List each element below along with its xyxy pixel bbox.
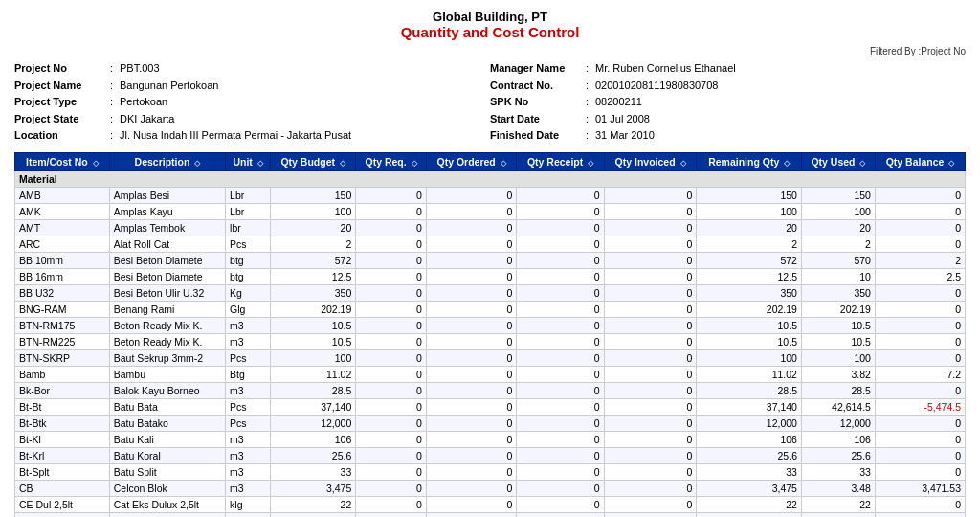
table-row: BTN-RM175Beton Ready Mix K.m310.5000010.…: [15, 317, 966, 333]
info-project-type: Project Type : Pertokoan: [14, 94, 490, 111]
table-row: Bk-BorBalok Kayu Borneom328.5000028.528.…: [15, 382, 966, 398]
info-contract-no: Contract No. : 020010208111980830708: [490, 78, 966, 95]
info-location: Location : Jl. Nusa Indah III Permata Pe…: [14, 127, 490, 145]
table-row: BB 16mmBesi Beton Diametebtg12.5000012.5…: [15, 268, 966, 284]
table-header-row: Item/Cost No ◇ Description ◇ Unit ◇ Qty …: [15, 152, 966, 170]
col-item-cost-no[interactable]: Item/Cost No ◇: [15, 152, 110, 170]
table-row: CE Dul 2,5ltCat Eks Dulux 2,5ltklg220000…: [15, 496, 966, 512]
col-qty-req[interactable]: Qty Req. ◇: [356, 152, 427, 170]
col-qty-budget[interactable]: Qty Budget ◇: [271, 152, 356, 170]
col-remaining-qty[interactable]: Remaining Qty ◇: [697, 152, 802, 170]
info-manager: Manager Name : Mr. Ruben Cornelius Ethan…: [490, 60, 966, 78]
table-row: CBCelcon Blokm33,47500003,4753.483,471.5…: [15, 480, 966, 496]
table-row: Bt-BtkBatu BatakoPcs12,000000012,00012,0…: [15, 415, 966, 431]
info-start-date: Start Date : 01 Jul 2008: [490, 111, 966, 128]
table-row: CE Mow 2,5ltCat Eks Mowilex 2,5klg200002…: [15, 512, 966, 517]
table-row: BB 10mmBesi Beton Diametebtg572000057257…: [15, 252, 966, 268]
table-row: Bt-KrlBatu Koralm325.6000025.625.60: [15, 447, 966, 463]
report-title: Quantity and Cost Control: [14, 24, 966, 40]
col-qty-receipt[interactable]: Qty Receipt ◇: [517, 152, 604, 170]
project-info-left: Project No : PBT.003 Project Name : Bang…: [14, 60, 490, 145]
table-row: BTN-SKRPBaut Sekrup 3mm-2Pcs100000010010…: [15, 349, 966, 366]
filter-note: Filtered By :Project No: [14, 46, 966, 56]
table-row: BambBambuBtg11.02000011.023.827.2: [15, 366, 966, 382]
col-description[interactable]: Description ◇: [109, 152, 225, 170]
col-qty-balance[interactable]: Qty Balance ◇: [875, 152, 965, 170]
table-row: ARCAlat Roll CatPcs20000220: [15, 236, 966, 252]
table-row: BTN-RM225Beton Ready Mix K.m310.5000010.…: [15, 333, 966, 349]
info-finished-date: Finished Date : 31 Mar 2010: [490, 127, 966, 145]
info-spk-no: SPK No : 08200211: [490, 94, 966, 111]
info-project-name: Project Name : Bangunan Pertokoan: [14, 78, 490, 95]
table-row: BB U32Besi Beton Ulir U.32Kg350000035035…: [15, 284, 966, 301]
table-row: AMKAmplas KayuLbr10000001001000: [15, 203, 966, 219]
table-row: AMBAmplas BesiLbr15000001501500: [15, 187, 966, 203]
project-info-right: Manager Name : Mr. Ruben Cornelius Ethan…: [490, 60, 966, 145]
table-row: Bt-BtBatu BataPcs37,140000037,14042,614.…: [15, 398, 966, 415]
table-row: BNG-RAMBenang RamiGlg202.190000202.19202…: [15, 301, 966, 317]
col-qty-ordered[interactable]: Qty Ordered ◇: [426, 152, 517, 170]
section-header-row: Material: [15, 170, 966, 187]
table-row: Bt-KlBatu Kalim310600001061060: [15, 431, 966, 447]
col-unit[interactable]: Unit ◇: [226, 152, 271, 170]
info-project-no: Project No : PBT.003: [14, 60, 490, 78]
table-row: Bt-SpltBatu Splitm333000033330: [15, 463, 966, 480]
col-qty-invoiced[interactable]: Qty Invoiced ◇: [604, 152, 697, 170]
project-info: Project No : PBT.003 Project Name : Bang…: [14, 60, 966, 145]
company-name: Global Building, PT: [14, 10, 966, 24]
info-project-state: Project State : DKI Jakarta: [14, 111, 490, 128]
report-header: Global Building, PT Quantity and Cost Co…: [14, 10, 966, 40]
col-qty-used[interactable]: Qty Used ◇: [801, 152, 875, 170]
data-table: Item/Cost No ◇ Description ◇ Unit ◇ Qty …: [14, 152, 966, 517]
table-row: AMTAmplas Temboklbr20000020200: [15, 219, 966, 236]
